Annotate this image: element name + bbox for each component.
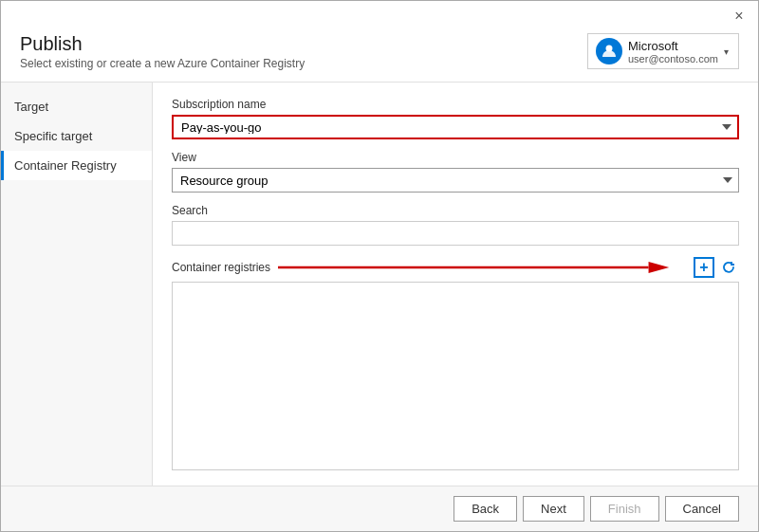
svg-marker-2	[649, 262, 670, 273]
dialog-title: Publish	[20, 33, 305, 55]
dialog-body: Target Specific target Container Registr…	[1, 83, 758, 486]
subscription-group: Subscription name Pay-as-you-go	[172, 98, 739, 139]
account-email: user@contoso.com	[628, 53, 718, 64]
back-button[interactable]: Back	[454, 496, 517, 522]
search-input[interactable]	[172, 221, 739, 246]
search-group: Search	[172, 204, 739, 246]
account-selector[interactable]: Microsoft user@contoso.com ▾	[587, 33, 739, 69]
registries-list	[172, 282, 739, 470]
close-button[interactable]: ×	[730, 7, 749, 26]
dialog-title-block: Publish Select existing or create a new …	[20, 33, 305, 70]
add-registry-button[interactable]: +	[694, 257, 714, 278]
subscription-label: Subscription name	[172, 98, 739, 111]
publish-dialog: × Publish Select existing or create a ne…	[0, 0, 759, 532]
account-avatar	[596, 38, 622, 64]
main-content: Subscription name Pay-as-you-go View Res…	[153, 83, 758, 486]
registries-label: Container registries	[172, 261, 270, 274]
red-arrow-icon	[278, 258, 690, 277]
account-name: Microsoft	[628, 39, 718, 53]
dialog-footer: Back Next Finish Cancel	[1, 486, 758, 531]
dialog-header: Publish Select existing or create a new …	[1, 26, 758, 83]
account-info: Microsoft user@contoso.com	[628, 39, 718, 64]
registries-section: Container registries +	[172, 257, 739, 470]
subscription-select[interactable]: Pay-as-you-go	[172, 115, 739, 139]
finish-button[interactable]: Finish	[590, 496, 659, 522]
sidebar: Target Specific target Container Registr…	[1, 83, 153, 486]
view-label: View	[172, 151, 739, 164]
view-select[interactable]: Resource group Location	[172, 168, 739, 193]
sidebar-item-target[interactable]: Target	[1, 92, 152, 121]
search-label: Search	[172, 204, 739, 217]
title-bar: ×	[1, 1, 758, 26]
chevron-down-icon: ▾	[724, 46, 729, 57]
dialog-subtitle: Select existing or create a new Azure Co…	[20, 57, 305, 70]
view-group: View Resource group Location	[172, 151, 739, 193]
sidebar-item-specific-target[interactable]: Specific target	[1, 121, 152, 151]
cancel-button[interactable]: Cancel	[665, 496, 739, 522]
sidebar-item-container-registry[interactable]: Container Registry	[1, 151, 152, 180]
registries-header: Container registries +	[172, 257, 739, 278]
refresh-button[interactable]	[718, 257, 739, 278]
next-button[interactable]: Next	[523, 496, 584, 522]
